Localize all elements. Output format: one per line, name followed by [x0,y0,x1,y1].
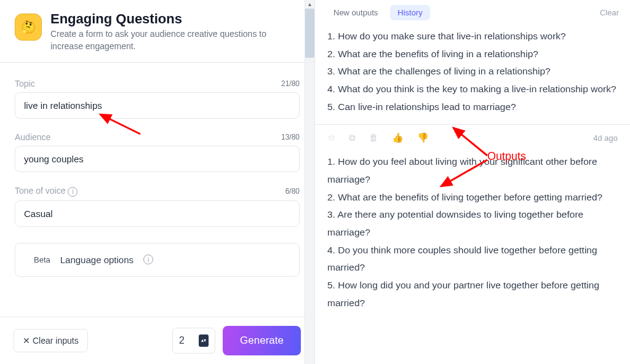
topic-counter: 21/80 [281,79,300,88]
output-line: 3. Are there any potential downsides to … [327,206,618,241]
delete-icon[interactable]: 🗑 [369,132,378,143]
topic-label: Topic [15,79,35,89]
output-block-2: 1. How do you feel about living with you… [315,151,630,320]
tabs-row: New outputs History Clear [315,0,630,25]
output-actions: ☆ ⧉ 🗑 👍 👎 4d ago [315,125,630,151]
output-line: 1. How do you make sure that live-in rel… [327,28,618,46]
app-icon: 🤔 [15,14,42,41]
output-line: 3. What are the challenges of living in … [327,63,618,81]
audience-counter: 13/80 [281,133,300,141]
scrollbar-thumb[interactable] [305,9,314,58]
language-options-box[interactable]: Beta Language options i [15,243,300,277]
scroll-up-icon[interactable]: ▴ [305,0,314,9]
annotation-outputs-label: Outputs [487,150,526,163]
tab-history[interactable]: History [390,5,429,20]
tone-input[interactable] [15,200,300,227]
topic-input[interactable] [15,92,300,119]
thumbs-up-icon[interactable]: 👍 [392,132,404,143]
form-area: Topic 21/80 Audience 13/80 Tone of voice… [0,63,314,317]
bottom-bar: ✕ Clear inputs 2 ▴▾ Generate [0,317,314,364]
copy-icon[interactable]: ⧉ [349,132,356,143]
clear-inputs-button[interactable]: ✕ Clear inputs [14,329,88,352]
thinking-face-icon: 🤔 [20,18,37,36]
output-block-1: 1. How do you make sure that live-in rel… [315,25,630,125]
right-panel: New outputs History Clear 1. How do you … [315,0,630,364]
stepper-icon[interactable]: ▴▾ [199,334,209,347]
info-icon[interactable]: i [68,187,78,197]
quantity-value: 2 [179,335,185,346]
tone-counter: 6/80 [285,187,300,196]
page-title: Engaging Questions [50,11,300,27]
output-line: 4. Do you think more couples should live… [327,242,618,277]
tone-label: Tone of voice i [15,186,78,197]
thumbs-down-icon[interactable]: 👎 [417,132,429,143]
audience-input[interactable] [15,146,300,172]
left-scrollbar[interactable]: ▴ [305,0,314,364]
audience-label: Audience [15,132,50,142]
output-line: 5. Can live-in relationships lead to mar… [327,98,618,116]
clear-outputs-link[interactable]: Clear [600,8,619,17]
output-line: 2. What are the benefits of living in a … [327,46,618,63]
header: 🤔 Engaging Questions Create a form to as… [0,0,314,63]
output-line: 2. What are the benefits of living toget… [327,189,618,207]
output-line: 1. How do you feel about living with you… [327,153,618,188]
info-icon[interactable]: i [143,255,153,264]
language-options-label: Language options [60,255,134,265]
star-icon[interactable]: ☆ [327,132,335,143]
close-icon: ✕ [23,336,30,346]
page-subtitle: Create a form to ask your audience creat… [50,28,300,52]
generate-button[interactable]: Generate [223,326,301,355]
beta-badge: Beta [25,255,50,264]
tab-new-outputs[interactable]: New outputs [326,5,385,20]
left-panel: 🤔 Engaging Questions Create a form to as… [0,0,315,364]
output-line: 4. What do you think is the key to makin… [327,81,618,98]
quantity-stepper[interactable]: 2 ▴▾ [172,328,215,354]
output-line: 5. How long did you and your partner liv… [327,277,618,312]
timestamp: 4d ago [593,133,618,143]
